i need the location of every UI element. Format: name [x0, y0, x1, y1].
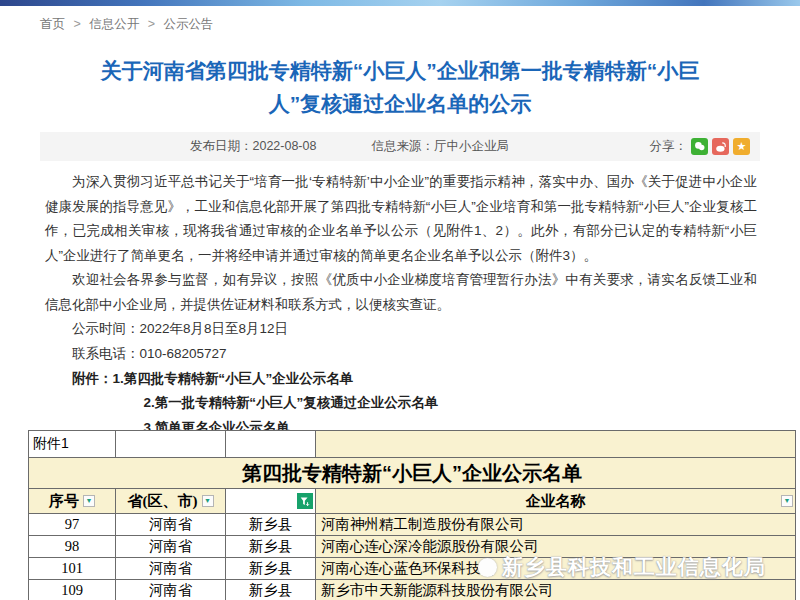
meta-bar: 发布日期：2022-08-08 信息来源：厅中小企业局 分享： ★	[40, 132, 760, 161]
breadcrumb: 首页 > 信息公开 > 公示公告	[40, 16, 214, 33]
cell-company: 河南心连心深冷能源股份有限公司	[316, 536, 796, 558]
table-row: 109 河南省 新乡县 新乡市中天新能源科技股份有限公司	[29, 580, 796, 600]
favorite-star-icon[interactable]: ★	[733, 138, 750, 155]
breadcrumb-separator: >	[148, 17, 155, 31]
attachment-link-2[interactable]: 2.第一批专精特新“小巨人”复核通过企业公示名单	[144, 395, 439, 410]
cell-serial: 97	[29, 514, 116, 536]
active-filter-icon[interactable]	[297, 493, 313, 509]
page: 首页 > 信息公开 > 公示公告 关于河南省第四批专精特新“小巨人”企业和第一批…	[0, 0, 800, 600]
table-row: 97 河南省 新乡县 河南神州精工制造股份有限公司	[29, 514, 796, 536]
cell-company: 河南心连心蓝色环保科技（	[316, 558, 796, 580]
attachment-tag: 附件1	[29, 431, 116, 458]
header-label: 省(区、市)	[128, 492, 198, 511]
cell-company: 新乡市中天新能源科技股份有限公司	[316, 580, 796, 600]
cell-province: 河南省	[116, 514, 226, 536]
header-county	[226, 489, 316, 514]
cell-county: 新乡县	[226, 558, 316, 580]
publish-date: 发布日期：2022-08-08	[190, 138, 316, 155]
cell-serial: 98	[29, 536, 116, 558]
info-source: 信息来源：厅中小企业局	[371, 138, 509, 155]
breadcrumb-info-disclosure[interactable]: 信息公开	[89, 17, 139, 31]
attachment-line-1: 附件：1.第四批专精特新“小巨人”企业公示名单	[45, 367, 757, 392]
attachment-spreadsheet: 附件1 第四批专精特新“小巨人”企业公示名单 序号 ▼ 省(区、市) ▼	[28, 430, 796, 600]
sheet-title-row: 第四批专精特新“小巨人”企业公示名单	[29, 458, 796, 489]
cell-province: 河南省	[116, 580, 226, 600]
wechat-icon[interactable]	[691, 138, 708, 155]
table-title: 第四批专精特新“小巨人”企业公示名单	[29, 458, 796, 489]
publicity-period: 公示时间：2022年8月8日至8月12日	[45, 317, 757, 342]
cell-county: 新乡县	[226, 580, 316, 600]
filter-dropdown-icon[interactable]: ▼	[781, 495, 793, 507]
cell-serial: 101	[29, 558, 116, 580]
sheet-tag-row: 附件1	[29, 431, 796, 458]
table-header-row: 序号 ▼ 省(区、市) ▼ 企业名称 ▼	[29, 489, 796, 514]
header-serial: 序号 ▼	[29, 489, 116, 514]
table-row: 98 河南省 新乡县 河南心连心深冷能源股份有限公司	[29, 536, 796, 558]
breadcrumb-separator: >	[73, 17, 80, 31]
cell-company: 河南神州精工制造股份有限公司	[316, 514, 796, 536]
header-province: 省(区、市) ▼	[116, 489, 226, 514]
empty-cell	[316, 431, 796, 458]
empty-cell	[226, 431, 316, 458]
empty-cell	[116, 431, 226, 458]
contact-phone: 联系电话：010-68205727	[45, 342, 757, 367]
breadcrumb-current: 公示公告	[164, 17, 214, 31]
filter-dropdown-icon[interactable]: ▼	[202, 495, 214, 507]
paragraph: 为深入贯彻习近平总书记关于“培育一批‘专精特新’中小企业”的重要指示精神，落实中…	[45, 170, 757, 268]
cell-province: 河南省	[116, 536, 226, 558]
header-company: 企业名称 ▼	[316, 489, 796, 514]
breadcrumb-home[interactable]: 首页	[40, 17, 65, 31]
share-bar: 分享： ★	[650, 138, 751, 155]
share-label: 分享：	[650, 138, 688, 155]
cell-county: 新乡县	[226, 536, 316, 558]
table-row: 101 河南省 新乡县 河南心连心蓝色环保科技（	[29, 558, 796, 580]
cell-serial: 109	[29, 580, 116, 600]
header-label: 企业名称	[526, 492, 586, 511]
weibo-icon[interactable]	[712, 138, 729, 155]
notice-body: 为深入贯彻习近平总书记关于“培育一批‘专精特新’中小企业”的重要指示精神，落实中…	[45, 170, 757, 469]
paragraph: 欢迎社会各界参与监督，如有异议，按照《优质中小企业梯度培育管理暂行办法》中有关要…	[45, 268, 757, 317]
header-label: 序号	[49, 492, 79, 511]
attachment-link-1[interactable]: 1.第四批专精特新“小巨人”企业公示名单	[113, 371, 354, 386]
top-decorative-bar	[0, 0, 800, 6]
page-title: 关于河南省第四批专精特新“小巨人”企业和第一批专精特新“小巨人”复核通过企业名单…	[90, 55, 710, 120]
filter-dropdown-icon[interactable]: ▼	[83, 495, 95, 507]
cell-county: 新乡县	[226, 514, 316, 536]
attachment-line-2: 2.第一批专精特新“小巨人”复核通过企业公示名单	[45, 391, 757, 416]
cell-province: 河南省	[116, 558, 226, 580]
